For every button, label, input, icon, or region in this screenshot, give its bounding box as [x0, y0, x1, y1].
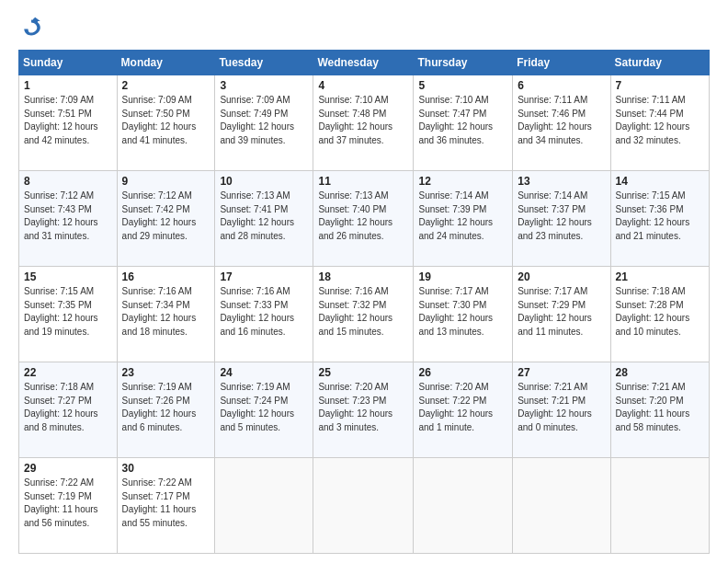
day-number: 3 [220, 79, 308, 92]
day-number: 21 [616, 270, 704, 283]
weekday-header-saturday: Saturday [610, 51, 709, 75]
calendar-cell: 2Sunrise: 7:09 AMSunset: 7:50 PMDaylight… [117, 75, 215, 171]
weekday-header-wednesday: Wednesday [313, 51, 414, 75]
day-number: 12 [418, 175, 507, 188]
day-info: Sunrise: 7:19 AMSunset: 7:26 PMDaylight:… [122, 381, 210, 434]
day-number: 6 [518, 79, 605, 92]
calendar-cell: 23Sunrise: 7:19 AMSunset: 7:26 PMDayligh… [117, 362, 215, 458]
calendar-cell: 18Sunrise: 7:16 AMSunset: 7:32 PMDayligh… [313, 267, 414, 362]
day-number: 1 [24, 79, 112, 92]
day-number: 8 [24, 175, 112, 188]
day-number: 17 [220, 270, 308, 283]
week-row-1: 1Sunrise: 7:09 AMSunset: 7:51 PMDaylight… [19, 75, 710, 171]
calendar-cell: 26Sunrise: 7:20 AMSunset: 7:22 PMDayligh… [414, 362, 513, 458]
day-number: 27 [518, 366, 605, 379]
week-row-2: 8Sunrise: 7:12 AMSunset: 7:43 PMDaylight… [19, 171, 710, 267]
day-info: Sunrise: 7:17 AMSunset: 7:29 PMDaylight:… [518, 285, 605, 339]
day-number: 11 [318, 175, 408, 188]
day-info: Sunrise: 7:11 AMSunset: 7:46 PMDaylight:… [518, 94, 605, 147]
weekday-header-thursday: Thursday [414, 51, 513, 75]
calendar-cell: 15Sunrise: 7:15 AMSunset: 7:35 PMDayligh… [19, 267, 118, 362]
day-info: Sunrise: 7:13 AMSunset: 7:41 PMDaylight:… [220, 190, 308, 243]
calendar-cell [215, 458, 313, 554]
day-info: Sunrise: 7:22 AMSunset: 7:19 PMDaylight:… [24, 477, 112, 530]
day-number: 25 [318, 366, 408, 379]
day-number: 2 [122, 79, 210, 92]
calendar-cell [313, 458, 414, 554]
weekday-header-sunday: Sunday [19, 51, 118, 75]
weekday-header-row: SundayMondayTuesdayWednesdayThursdayFrid… [19, 51, 710, 75]
calendar-cell: 7Sunrise: 7:11 AMSunset: 7:44 PMDaylight… [610, 75, 709, 171]
day-number: 23 [122, 366, 210, 379]
day-number: 9 [122, 175, 210, 188]
day-number: 19 [418, 270, 507, 283]
calendar-cell: 30Sunrise: 7:22 AMSunset: 7:17 PMDayligh… [117, 458, 215, 554]
calendar-cell [414, 458, 513, 554]
day-info: Sunrise: 7:14 AMSunset: 7:39 PMDaylight:… [418, 190, 507, 243]
day-info: Sunrise: 7:09 AMSunset: 7:49 PMDaylight:… [220, 94, 308, 147]
calendar: SundayMondayTuesdayWednesdayThursdayFrid… [18, 50, 710, 554]
day-info: Sunrise: 7:16 AMSunset: 7:33 PMDaylight:… [220, 285, 308, 339]
day-number: 24 [220, 366, 308, 379]
day-number: 29 [24, 462, 112, 475]
day-info: Sunrise: 7:17 AMSunset: 7:30 PMDaylight:… [418, 285, 507, 339]
day-number: 26 [418, 366, 507, 379]
day-info: Sunrise: 7:19 AMSunset: 7:24 PMDaylight:… [220, 381, 308, 434]
calendar-cell: 3Sunrise: 7:09 AMSunset: 7:49 PMDaylight… [215, 75, 313, 171]
day-info: Sunrise: 7:21 AMSunset: 7:21 PMDaylight:… [518, 381, 605, 434]
calendar-cell: 25Sunrise: 7:20 AMSunset: 7:23 PMDayligh… [313, 362, 414, 458]
day-info: Sunrise: 7:13 AMSunset: 7:40 PMDaylight:… [318, 190, 408, 243]
page: SundayMondayTuesdayWednesdayThursdayFrid… [0, 0, 728, 563]
calendar-cell: 28Sunrise: 7:21 AMSunset: 7:20 PMDayligh… [610, 362, 709, 458]
day-info: Sunrise: 7:18 AMSunset: 7:27 PMDaylight:… [24, 381, 112, 434]
calendar-cell: 1Sunrise: 7:09 AMSunset: 7:51 PMDaylight… [19, 75, 118, 171]
day-info: Sunrise: 7:15 AMSunset: 7:36 PMDaylight:… [616, 190, 704, 243]
calendar-cell: 19Sunrise: 7:17 AMSunset: 7:30 PMDayligh… [414, 267, 513, 362]
calendar-cell: 29Sunrise: 7:22 AMSunset: 7:19 PMDayligh… [19, 458, 118, 554]
day-info: Sunrise: 7:10 AMSunset: 7:48 PMDaylight:… [318, 94, 408, 147]
calendar-cell: 12Sunrise: 7:14 AMSunset: 7:39 PMDayligh… [414, 171, 513, 267]
day-info: Sunrise: 7:11 AMSunset: 7:44 PMDaylight:… [616, 94, 704, 147]
day-info: Sunrise: 7:16 AMSunset: 7:32 PMDaylight:… [318, 285, 408, 339]
calendar-cell: 20Sunrise: 7:17 AMSunset: 7:29 PMDayligh… [513, 267, 610, 362]
day-number: 18 [318, 270, 408, 283]
day-info: Sunrise: 7:20 AMSunset: 7:22 PMDaylight:… [418, 381, 507, 434]
calendar-cell: 24Sunrise: 7:19 AMSunset: 7:24 PMDayligh… [215, 362, 313, 458]
day-info: Sunrise: 7:18 AMSunset: 7:28 PMDaylight:… [616, 285, 704, 339]
day-info: Sunrise: 7:14 AMSunset: 7:37 PMDaylight:… [518, 190, 605, 243]
calendar-cell: 13Sunrise: 7:14 AMSunset: 7:37 PMDayligh… [513, 171, 610, 267]
day-info: Sunrise: 7:15 AMSunset: 7:35 PMDaylight:… [24, 285, 112, 339]
week-row-3: 15Sunrise: 7:15 AMSunset: 7:35 PMDayligh… [19, 267, 710, 362]
calendar-cell [513, 458, 610, 554]
day-info: Sunrise: 7:12 AMSunset: 7:42 PMDaylight:… [122, 190, 210, 243]
calendar-cell: 5Sunrise: 7:10 AMSunset: 7:47 PMDaylight… [414, 75, 513, 171]
calendar-cell: 14Sunrise: 7:15 AMSunset: 7:36 PMDayligh… [610, 171, 709, 267]
calendar-cell: 11Sunrise: 7:13 AMSunset: 7:40 PMDayligh… [313, 171, 414, 267]
day-number: 14 [616, 175, 704, 188]
day-info: Sunrise: 7:10 AMSunset: 7:47 PMDaylight:… [418, 94, 507, 147]
day-info: Sunrise: 7:16 AMSunset: 7:34 PMDaylight:… [122, 285, 210, 339]
day-info: Sunrise: 7:09 AMSunset: 7:50 PMDaylight:… [122, 94, 210, 147]
calendar-cell: 6Sunrise: 7:11 AMSunset: 7:46 PMDaylight… [513, 75, 610, 171]
calendar-cell: 10Sunrise: 7:13 AMSunset: 7:41 PMDayligh… [215, 171, 313, 267]
day-number: 13 [518, 175, 605, 188]
calendar-cell [610, 458, 709, 554]
day-number: 4 [318, 79, 408, 92]
logo-icon [18, 15, 44, 40]
logo [18, 15, 48, 40]
header [18, 15, 710, 40]
calendar-cell: 9Sunrise: 7:12 AMSunset: 7:42 PMDaylight… [117, 171, 215, 267]
weekday-header-monday: Monday [117, 51, 215, 75]
weekday-header-friday: Friday [513, 51, 610, 75]
calendar-cell: 22Sunrise: 7:18 AMSunset: 7:27 PMDayligh… [19, 362, 118, 458]
weekday-header-tuesday: Tuesday [215, 51, 313, 75]
week-row-4: 22Sunrise: 7:18 AMSunset: 7:27 PMDayligh… [19, 362, 710, 458]
day-number: 20 [518, 270, 605, 283]
day-info: Sunrise: 7:12 AMSunset: 7:43 PMDaylight:… [24, 190, 112, 243]
day-number: 28 [616, 366, 704, 379]
day-number: 16 [122, 270, 210, 283]
day-info: Sunrise: 7:22 AMSunset: 7:17 PMDaylight:… [122, 477, 210, 530]
calendar-cell: 17Sunrise: 7:16 AMSunset: 7:33 PMDayligh… [215, 267, 313, 362]
day-info: Sunrise: 7:09 AMSunset: 7:51 PMDaylight:… [24, 94, 112, 147]
day-number: 15 [24, 270, 112, 283]
